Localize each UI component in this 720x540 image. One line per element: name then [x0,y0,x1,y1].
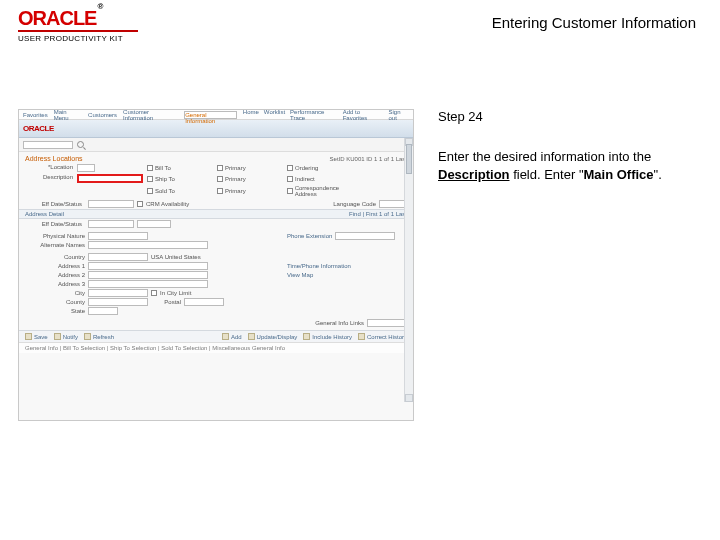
instr-part3: ". [654,167,662,182]
opt: Bill To [155,165,171,171]
update-button[interactable]: Update/Display [248,333,298,340]
checkbox[interactable] [151,290,157,296]
address1-input[interactable] [88,262,208,270]
city-input[interactable] [88,289,148,297]
effdate-row: Eff Date/Status CRM Availability Languag… [19,199,413,209]
crm-label: CRM Availability [146,201,189,207]
address2-label: Address 2 [25,272,85,278]
checkbox[interactable] [287,188,293,194]
postal-label: Postal [151,299,181,305]
description-field[interactable] [77,174,143,183]
lang-select[interactable] [379,200,407,208]
viewmap-link[interactable]: View Map [287,272,313,278]
instr-fieldname: Description [438,167,510,182]
toplink[interactable]: Home [243,109,259,121]
checkbox[interactable] [137,201,143,207]
altnames-label: Alternate Names [25,242,85,248]
correct-icon [358,333,365,340]
effdate-input[interactable] [88,200,134,208]
page-root: ORACLE® USER PRODUCTIVITY KIT Entering C… [0,0,720,540]
include-history-button[interactable]: Include History [303,333,352,340]
notify-button[interactable]: Notify [54,333,78,340]
genlink-label: General Info Links [315,320,364,326]
checkbox[interactable] [217,188,223,194]
phone-ext-input[interactable] [335,232,395,240]
country-input[interactable] [88,253,148,261]
step-label: Step 24 [438,109,674,124]
find-text[interactable]: Find | First 1 of 1 Last [349,211,407,217]
add-button[interactable]: Add [222,333,242,340]
add-icon [222,333,229,340]
crumb[interactable]: Customer Information [123,109,178,121]
search-input[interactable] [23,141,73,149]
phone-ext-label: Phone Extension [287,233,332,239]
search-strip [19,138,413,152]
altnames-input[interactable] [88,241,208,249]
crumb[interactable]: Favorites [23,112,48,118]
physical-label: Physical Nature [25,233,85,239]
opt: Primary [225,176,246,182]
scroll-thumb[interactable] [406,144,412,174]
history-icon [303,333,310,340]
save-icon [25,333,32,340]
crumb-current: General Information [184,111,237,119]
page-header: ORACLE® USER PRODUCTIVITY KIT Entering C… [0,0,720,47]
blank-label [25,185,77,197]
physical-select[interactable] [88,232,148,240]
registered-mark: ® [97,2,102,11]
toplink[interactable]: Performance Trace [290,109,338,121]
checkbox[interactable] [147,165,153,171]
address1-label: Address 1 [25,263,85,269]
effdate2-input[interactable] [88,220,134,228]
crumb[interactable]: Customers [88,112,117,118]
addr-detail-label: Address Detail [25,211,64,217]
top-links: Home Worklist Performance Trace Add to F… [243,109,409,121]
crumb[interactable]: Main Menu [54,109,82,121]
section-meta: SetID KU001 ID 1 1 of 1 Last [330,156,407,162]
checkbox[interactable] [287,165,293,171]
subbrand-text: USER PRODUCTIVITY KIT [18,34,168,43]
instruction-text: Enter the desired information into the D… [438,148,674,183]
checkbox[interactable] [217,176,223,182]
effdate2-label: Eff Date/Status [25,221,85,227]
state-input[interactable] [88,307,118,315]
postal-input[interactable] [184,298,224,306]
opt: Correspondence Address [295,185,357,197]
checkbox[interactable] [147,188,153,194]
app-banner: ORACLE [19,120,413,138]
opt: Primary [225,165,246,171]
address-detail-bar: Address Detail Find | First 1 of 1 Last [19,209,413,219]
county-input[interactable] [88,298,148,306]
refresh-button[interactable]: Refresh [84,333,114,340]
correct-history-button[interactable]: Correct History [358,333,407,340]
opt: Primary [225,188,246,194]
address2-input[interactable] [88,271,208,279]
checkbox[interactable] [287,176,293,182]
toplink[interactable]: Worklist [264,109,285,121]
refresh-icon [84,333,91,340]
address-block: Physical Nature Phone Extension Alternat… [19,229,413,330]
content-row: Favorites Main Menu Customers Customer I… [0,109,720,421]
search-icon[interactable] [77,141,84,148]
brand-block: ORACLE® USER PRODUCTIVITY KIT [18,8,168,43]
breadcrumb-bar: Favorites Main Menu Customers Customer I… [19,110,413,120]
active-select[interactable] [137,220,171,228]
scroll-down-icon[interactable] [405,394,413,402]
app-toolbar: Save Notify Refresh Add Update/Display I… [19,330,413,342]
toplink[interactable]: Add to Favorites [343,109,384,121]
checkbox[interactable] [147,176,153,182]
checkbox[interactable] [217,165,223,171]
save-button[interactable]: Save [25,333,48,340]
location-input[interactable] [77,164,95,172]
genlink-select[interactable] [367,319,407,327]
address3-input[interactable] [88,280,208,288]
country-label: Country [25,254,85,260]
lang-label: Language Code [333,201,376,207]
notify-icon [54,333,61,340]
brand-rule [18,30,138,32]
status-links[interactable]: General Info | Bill To Selection | Ship … [19,342,413,353]
country-name: USA United States [151,254,201,260]
toplink[interactable]: Sign out [388,109,409,121]
vertical-scrollbar[interactable] [404,138,413,402]
opt: Ship To [155,176,175,182]
